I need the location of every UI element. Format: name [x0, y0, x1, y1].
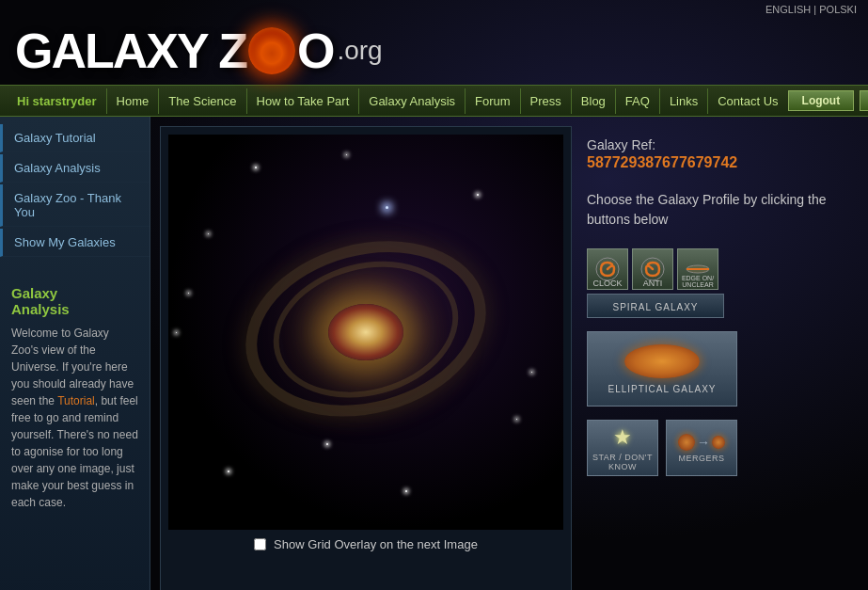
galaxy-ref-label: Galaxy Ref:	[587, 137, 844, 152]
nav-galaxy-analysis[interactable]: Galaxy Analysis	[358, 88, 465, 114]
nav-right-buttons: Logout Profile	[788, 90, 868, 111]
controls-panel: Galaxy Ref: 587729387677679742 Choose th…	[572, 126, 859, 590]
image-panel: Show Grid Overlay on the next Image	[160, 126, 572, 590]
sidebar-item-show-my-galaxies[interactable]: Show My Galaxies	[0, 229, 150, 257]
nav-links-container: Home The Science How to Take Part Galaxy…	[106, 88, 788, 114]
logo-text: GALAXY Z	[15, 23, 246, 79]
english-link[interactable]: ENGLISH	[765, 4, 811, 15]
elliptical-shape	[624, 344, 700, 378]
grid-overlay-checkbox[interactable]	[254, 538, 266, 550]
logo[interactable]: GALAXY Z O .org	[15, 23, 383, 79]
logo-text-o: O	[297, 23, 333, 79]
galaxy-ref-value: 587729387677679742	[587, 154, 844, 171]
polski-link[interactable]: POLSKI	[819, 4, 857, 15]
spiral-galaxy-button[interactable]: SPIRAL GALAXY	[587, 294, 724, 318]
lang-separator: |	[813, 4, 816, 15]
edge-on-label: EDGE ON/ UNCLEAR	[678, 275, 718, 288]
spiral-galaxy-label: SPIRAL GALAXY	[613, 302, 699, 312]
galaxy-core	[328, 304, 403, 360]
anti-spiral-button[interactable]: ANTI	[632, 248, 673, 290]
nav-contact-us[interactable]: Contact Us	[707, 88, 787, 114]
star-label: STAR / DON'T KNOW	[588, 453, 657, 471]
elliptical-galaxy-button[interactable]: ELLIPTICAL GALAXY	[587, 331, 737, 407]
nav-how-to-take-part[interactable]: How to Take Part	[246, 88, 359, 114]
nav-forum[interactable]: Forum	[465, 88, 520, 114]
sidebar-item-galaxy-tutorial[interactable]: Galaxy Tutorial	[0, 124, 150, 152]
sidebar-section-title: GalaxyAnalysis	[11, 285, 138, 317]
sidebar-item-galaxy-analysis[interactable]: Galaxy Analysis	[0, 154, 150, 183]
header: GALAXY Z O .org	[0, 19, 868, 85]
main-layout: Galaxy Tutorial Galaxy Analysis Galaxy Z…	[0, 117, 868, 590]
merger-circle-1	[678, 434, 695, 451]
nav-press[interactable]: Press	[520, 88, 571, 114]
elliptical-galaxy-label: ELLIPTICAL GALAXY	[608, 384, 716, 394]
nav-blog[interactable]: Blog	[571, 88, 615, 114]
sidebar-section: GalaxyAnalysis Welcome to Galaxy Zoo's v…	[0, 276, 150, 511]
mergers-button[interactable]: → MERGERS	[666, 420, 737, 476]
mergers-label: MERGERS	[678, 454, 724, 463]
merger-circle-2	[712, 436, 725, 449]
classify-buttons: CLOCK ANTI	[587, 248, 844, 476]
nav-home[interactable]: Home	[106, 88, 159, 114]
choose-profile-text: Choose the Galaxy Profile by clicking th…	[587, 190, 844, 230]
spiral-galaxy-section: CLOCK ANTI	[587, 248, 844, 318]
grid-overlay-row: Show Grid Overlay on the next Image	[254, 537, 478, 551]
star-icon: ★	[613, 425, 632, 450]
sidebar-item-galaxy-zoo-thank-you[interactable]: Galaxy Zoo - Thank You	[0, 184, 150, 227]
anti-label: ANTI	[633, 279, 672, 288]
clock-label: CLOCK	[588, 279, 627, 288]
mergers-icon: →	[678, 434, 725, 451]
content-area: Show Grid Overlay on the next Image Gala…	[150, 117, 868, 590]
logout-button[interactable]: Logout	[788, 90, 855, 111]
logo-o-icon	[248, 27, 295, 74]
nav-faq[interactable]: FAQ	[615, 88, 659, 114]
logo-org: .org	[337, 36, 382, 66]
language-bar: ENGLISH | POLSKI	[0, 0, 868, 19]
nav-the-science[interactable]: The Science	[158, 88, 245, 114]
nav-links-link[interactable]: Links	[659, 88, 707, 114]
galaxy-image	[168, 135, 563, 530]
spiral-icons-row: CLOCK ANTI	[587, 248, 844, 290]
profile-button[interactable]: Profile	[860, 90, 868, 111]
nav-bar: Hi starstryder Home The Science How to T…	[0, 85, 868, 117]
sidebar-text-2: , but feel free to go and remind yoursel…	[11, 394, 138, 509]
grid-overlay-label: Show Grid Overlay on the next Image	[274, 537, 478, 551]
sidebar: Galaxy Tutorial Galaxy Analysis Galaxy Z…	[0, 117, 150, 590]
nav-greeting: Hi starstryder	[8, 94, 106, 108]
clock-spiral-button[interactable]: CLOCK	[587, 248, 628, 290]
bottom-buttons-row: ★ STAR / DON'T KNOW → MERGERS	[587, 420, 844, 476]
star-dont-know-button[interactable]: ★ STAR / DON'T KNOW	[587, 420, 658, 476]
sidebar-section-text: Welcome to Galaxy Zoo's view of the Univ…	[11, 325, 138, 511]
edge-on-button[interactable]: EDGE ON/ UNCLEAR	[677, 248, 718, 290]
tutorial-link[interactable]: Tutorial	[57, 394, 95, 407]
galaxy-spiral	[234, 229, 497, 436]
merger-arrow-icon: →	[697, 435, 710, 450]
